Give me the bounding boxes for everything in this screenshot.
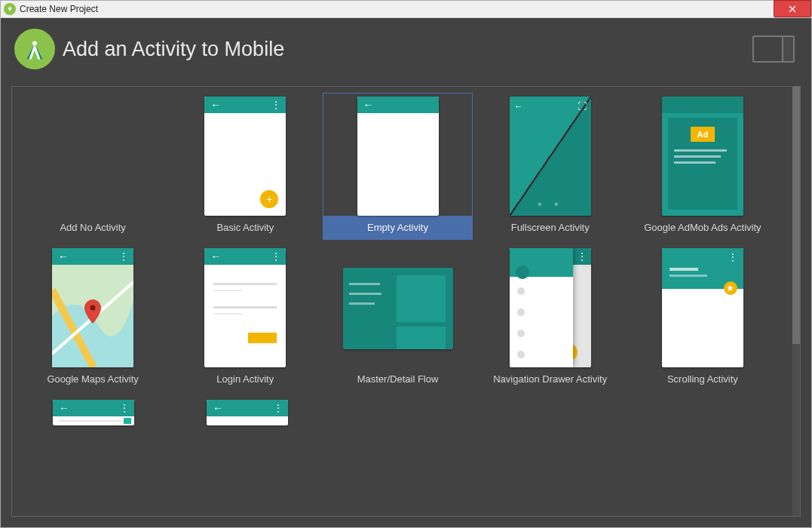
- template-empty-activity[interactable]: ← Empty Activity: [323, 93, 472, 240]
- template-thumb: ⋮ +: [510, 248, 591, 367]
- page-title: Add an Activity to Mobile: [63, 38, 284, 61]
- dialog-header: Add an Activity to Mobile: [14, 29, 801, 69]
- template-label: Basic Activity: [171, 216, 319, 239]
- back-arrow-icon: ←: [59, 402, 69, 414]
- fullscreen-icon: ⛶: [578, 101, 587, 112]
- android-studio-logo-icon: [14, 29, 55, 69]
- template-thumb: ←⛶ • •: [510, 97, 591, 216]
- pager-dots-icon: • •: [510, 198, 591, 211]
- template-basic-activity[interactable]: ←⋮ + Basic Activity: [170, 93, 320, 240]
- avatar-icon: [516, 266, 529, 279]
- template-label: Master/Detail Flow: [323, 367, 471, 391]
- template-label: Navigation Drawer Activity: [476, 367, 624, 391]
- dialog-body: Add an Activity to Mobile Add No Activit…: [0, 18, 812, 528]
- back-arrow-icon: ←: [363, 99, 374, 111]
- template-thumb: [343, 268, 453, 349]
- template-thumb: [52, 97, 133, 216]
- template-thumb: ←⋮: [204, 248, 286, 367]
- template-thumb: ←⋮: [207, 400, 288, 425]
- template-thumb: ←⋮: [53, 400, 134, 425]
- template-label: Add No Activity: [19, 216, 167, 239]
- template-label: Scrolling Activity: [629, 367, 777, 391]
- template-thumb: ←: [357, 97, 439, 216]
- template-row: ←⋮ Google Maps Activity: [18, 244, 777, 391]
- template-gallery-viewport: Add No Activity ←⋮ + Basic Activity ←: [12, 87, 792, 516]
- window-title: Create New Project: [20, 4, 98, 14]
- gallery-scrollbar[interactable]: [792, 87, 800, 516]
- template-master-detail-flow[interactable]: Master/Detail Flow: [323, 244, 472, 391]
- android-studio-icon: [4, 3, 16, 15]
- overflow-icon: ⋮: [578, 253, 586, 259]
- template-row: Add No Activity ←⋮ + Basic Activity ←: [18, 93, 777, 240]
- template-thumb: ←⋮ +: [204, 97, 286, 216]
- template-partial-1[interactable]: ←⋮: [18, 396, 169, 426]
- template-thumb: ⋮ ★: [662, 248, 743, 367]
- template-add-no-activity[interactable]: Add No Activity: [18, 93, 167, 240]
- back-arrow-icon: ←: [213, 402, 223, 414]
- template-row: ←⋮ ←⋮: [18, 396, 777, 426]
- template-gallery: Add No Activity ←⋮ + Basic Activity ←: [11, 86, 801, 517]
- scrollbar-thumb[interactable]: [792, 87, 800, 344]
- close-button[interactable]: [774, 0, 811, 17]
- template-thumb: Ad: [662, 97, 743, 216]
- overflow-icon: ⋮: [271, 253, 280, 259]
- template-label: Google Maps Activity: [19, 367, 167, 391]
- back-arrow-icon: ←: [210, 99, 221, 111]
- template-label: Empty Activity: [323, 216, 471, 239]
- template-fullscreen-activity[interactable]: ←⛶ • • Fullscreen Activity: [476, 93, 625, 240]
- template-label: Login Activity: [171, 367, 319, 391]
- ad-badge: Ad: [691, 127, 715, 142]
- template-google-maps-activity[interactable]: ←⋮ Google Maps Activity: [18, 244, 167, 391]
- overflow-icon: ⋮: [271, 102, 280, 108]
- template-scrolling-activity[interactable]: ⋮ ★ Scrolling Activity: [628, 244, 777, 391]
- overflow-icon: ⋮: [120, 405, 128, 411]
- star-fab-icon: ★: [724, 281, 737, 295]
- svg-point-2: [90, 305, 96, 311]
- overflow-icon: ⋮: [274, 405, 282, 411]
- form-factor-icon: [752, 35, 795, 63]
- template-login-activity[interactable]: ←⋮ Login Activity: [170, 244, 320, 391]
- back-arrow-icon: ←: [514, 101, 523, 112]
- create-project-dialog: Create New Project Add an Activity to Mo…: [0, 0, 812, 528]
- title-bar[interactable]: Create New Project: [0, 0, 812, 18]
- template-label: Fullscreen Activity: [476, 216, 624, 239]
- template-google-admob-ads-activity[interactable]: Ad Google AdMob Ads Activity: [628, 93, 777, 240]
- template-partial-2[interactable]: ←⋮: [172, 396, 323, 426]
- overflow-icon: ⋮: [728, 252, 737, 262]
- back-arrow-icon: ←: [210, 250, 221, 262]
- template-navigation-drawer-activity[interactable]: ⋮ + Navigation Drawer Activity: [476, 244, 625, 391]
- fab-icon: +: [260, 190, 278, 208]
- template-thumb: ←⋮: [52, 248, 133, 367]
- template-label: Google AdMob Ads Activity: [629, 216, 777, 239]
